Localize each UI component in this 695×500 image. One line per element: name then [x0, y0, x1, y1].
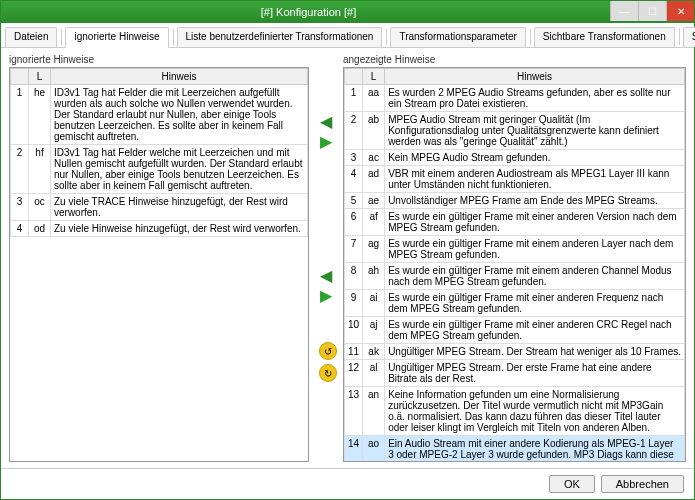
table-row[interactable]: 1aaEs wurden 2 MPEG Audio Streams gefund…: [345, 85, 685, 112]
table-row[interactable]: 10ajEs wurde ein gültiger Frame mit eine…: [345, 317, 685, 344]
row-text: Keine Information gefunden um eine Norma…: [385, 387, 685, 436]
table-row[interactable]: 4odZu viele Hinweise hinzugefügt, der Re…: [11, 221, 308, 237]
row-code: ad: [363, 166, 385, 193]
row-index: 2: [11, 145, 29, 194]
shown-hints-table-wrap: L Hinweis 1aaEs wurden 2 MPEG Audio Stre…: [343, 67, 686, 462]
row-index: 8: [345, 263, 363, 290]
row-index: 5: [345, 193, 363, 209]
row-code: ao: [363, 436, 385, 463]
row-index: 9: [345, 290, 363, 317]
tab-bar: Dateien ignorierte Hinweise Liste benutz…: [1, 23, 694, 48]
table-row[interactable]: 3ocZu viele TRACE Hinweise hinzugefügt, …: [11, 194, 308, 221]
table-row[interactable]: 5aeUnvollständiger MPEG Frame am Ende de…: [345, 193, 685, 209]
row-text: Zu viele TRACE Hinweise hinzugefügt, der…: [51, 194, 308, 221]
row-index: 4: [345, 166, 363, 193]
row-code: aj: [363, 317, 385, 344]
row-index: 12: [345, 360, 363, 387]
row-code: he: [29, 85, 51, 145]
move-right-all-icon[interactable]: ▶: [320, 288, 332, 304]
row-code: af: [363, 209, 385, 236]
window-buttons: [610, 1, 694, 23]
row-text: Es wurde ein gültiger Frame mit einer an…: [385, 209, 685, 236]
ignored-hints-table: L Hinweis 1heID3v1 Tag hat Felder die mi…: [10, 68, 308, 237]
row-index: 2: [345, 112, 363, 150]
table-row[interactable]: 13anKeine Information gefunden um eine N…: [345, 387, 685, 436]
ignored-hints-table-wrap: L Hinweis 1heID3v1 Tag hat Felder die mi…: [9, 67, 309, 462]
row-text: Es wurden 2 MPEG Audio Streams gefunden,…: [385, 85, 685, 112]
titlebar: [#] Konfiguration [#]: [1, 1, 694, 23]
tab-transformationen-liste[interactable]: Liste benutzerdefinierter Transformation…: [177, 27, 383, 47]
row-code: od: [29, 221, 51, 237]
tab-ignorierte-hinweise[interactable]: ignorierte Hinweise: [65, 27, 168, 48]
shown-hints-label: angezeigte Hinweise: [343, 54, 686, 65]
row-text: Es wurde ein gültiger Frame mit einem an…: [385, 263, 685, 290]
table-row[interactable]: 1heID3v1 Tag hat Felder die mit Leerzeic…: [11, 85, 308, 145]
row-code: ag: [363, 236, 385, 263]
row-text: Zu viele Hinweise hinzugefügt, der Rest …: [51, 221, 308, 237]
row-code: ab: [363, 112, 385, 150]
footer: OK Abbrechen: [1, 468, 694, 499]
ok-button[interactable]: OK: [549, 475, 595, 493]
move-right-single-icon[interactable]: ◀: [320, 268, 332, 284]
col-hint-r: Hinweis: [385, 69, 685, 85]
row-index: 11: [345, 344, 363, 360]
row-code: aa: [363, 85, 385, 112]
tab-schwellenwerte[interactable]: Schwellenwerte für Qua: [683, 27, 695, 47]
row-text: Unvollständiger MPEG Frame am Ende des M…: [385, 193, 685, 209]
tab-dateien[interactable]: Dateien: [5, 27, 57, 47]
row-index: 3: [345, 150, 363, 166]
row-index: 6: [345, 209, 363, 236]
shown-hints-panel: angezeigte Hinweise L Hinweis 1aaEs wurd…: [343, 54, 686, 462]
col-hint: Hinweis: [51, 69, 308, 85]
move-left-single-icon[interactable]: ◀: [320, 114, 332, 130]
row-code: ak: [363, 344, 385, 360]
row-index: 13: [345, 387, 363, 436]
table-row[interactable]: 6afEs wurde ein gültiger Frame mit einer…: [345, 209, 685, 236]
minimize-button[interactable]: [610, 1, 638, 21]
tab-sichtbare-transformationen[interactable]: Sichtbare Transformationen: [534, 27, 675, 47]
row-index: 14: [345, 436, 363, 463]
table-row[interactable]: 3acKein MPEG Audio Stream gefunden.: [345, 150, 685, 166]
table-row[interactable]: 11akUngültiger MPEG Stream. Der Stream h…: [345, 344, 685, 360]
row-text: Es wurde ein gültiger Frame mit einer an…: [385, 317, 685, 344]
row-text: Kein MPEG Audio Stream gefunden.: [385, 150, 685, 166]
row-index: 7: [345, 236, 363, 263]
col-blank-r: [345, 69, 363, 85]
table-row[interactable]: 2hfID3v1 Tag hat Felder welche mit Leerz…: [11, 145, 308, 194]
close-button[interactable]: [666, 1, 694, 21]
row-text: ID3v1 Tag hat Felder die mit Leerzeichen…: [51, 85, 308, 145]
maximize-button[interactable]: [638, 1, 666, 21]
ignored-hints-label: ignorierte Hinweise: [9, 54, 309, 65]
row-code: al: [363, 360, 385, 387]
config-window: [#] Konfiguration [#] Dateien ignorierte…: [0, 0, 695, 500]
table-row[interactable]: 14aoEin Audio Stream mit einer andere Ko…: [345, 436, 685, 463]
col-l-r: L: [363, 69, 385, 85]
cancel-button[interactable]: Abbrechen: [601, 475, 684, 493]
row-text: Es wurde ein gültiger Frame mit einem an…: [385, 236, 685, 263]
table-row[interactable]: 2abMPEG Audio Stream mit geringer Qualit…: [345, 112, 685, 150]
row-code: an: [363, 387, 385, 436]
row-text: Ungültiger MPEG Stream. Der Stream hat w…: [385, 344, 685, 360]
table-row[interactable]: 7agEs wurde ein gültiger Frame mit einem…: [345, 236, 685, 263]
table-row[interactable]: 4adVBR mit einem anderen Audiostream als…: [345, 166, 685, 193]
row-index: 3: [11, 194, 29, 221]
table-row[interactable]: 12alUngültiger MPEG Stream. Der erste Fr…: [345, 360, 685, 387]
row-index: 4: [11, 221, 29, 237]
move-left-all-icon[interactable]: ▶: [320, 134, 332, 150]
row-text: Ein Audio Stream mit einer andere Kodier…: [385, 436, 685, 463]
move-buttons-top: ◀ ▶ ◀ ▶ ↺ ↻: [313, 54, 339, 462]
row-index: 10: [345, 317, 363, 344]
row-index: 1: [345, 85, 363, 112]
col-blank: [11, 69, 29, 85]
row-text: MPEG Audio Stream mit geringer Qualität …: [385, 112, 685, 150]
table-row[interactable]: 9aiEs wurde ein gültiger Frame mit einer…: [345, 290, 685, 317]
row-code: ah: [363, 263, 385, 290]
tab-transformationsparameter[interactable]: Transformationsparameter: [390, 27, 525, 47]
reset-button-1[interactable]: ↺: [319, 342, 337, 360]
reset-button-2[interactable]: ↻: [319, 364, 337, 382]
row-text: Es wurde ein gültiger Frame mit einer an…: [385, 290, 685, 317]
row-code: oc: [29, 194, 51, 221]
row-text: ID3v1 Tag hat Felder welche mit Leerzeic…: [51, 145, 308, 194]
window-title: [#] Konfiguration [#]: [7, 6, 610, 18]
table-row[interactable]: 8ahEs wurde ein gültiger Frame mit einem…: [345, 263, 685, 290]
